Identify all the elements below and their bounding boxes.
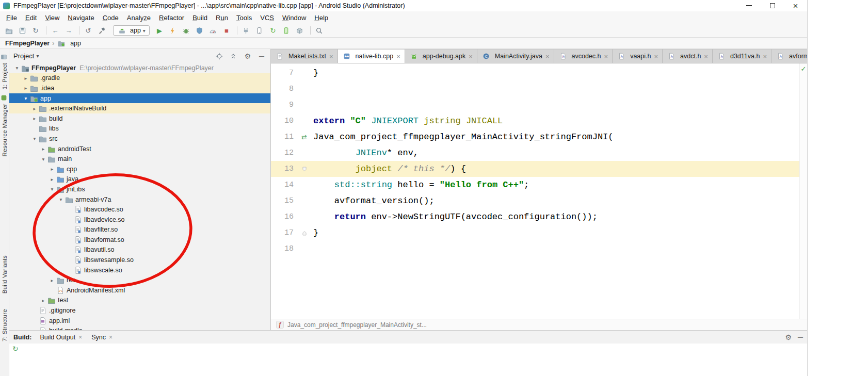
code-line-16[interactable]: 16 return env->NewStringUTF(avcodec_conf… [271,209,799,225]
maximize-button[interactable] [761,0,784,11]
function-breadcrumb[interactable]: Java_com_project_ffmpegplayer_MainActivi… [287,321,427,329]
stop-button[interactable]: ■ [221,25,234,37]
minimize-button[interactable] [737,0,761,11]
code-line-18[interactable]: 18 [271,241,799,257]
expand-arrow-icon[interactable]: ▸ [49,277,56,283]
code-line-8[interactable]: 8 [271,81,799,97]
tree-item-libavcodec-so[interactable]: libavcodec.so [9,204,270,215]
tree-item-res[interactable]: ▸res [9,275,270,285]
tree-item-java[interactable]: ▸java [9,174,270,185]
tree-item-androidtest[interactable]: ▸androidTest [9,144,270,154]
expand-arrow-icon[interactable]: ▸ [31,116,38,121]
menu-navigate[interactable]: Navigate [63,14,98,22]
project-view-selector[interactable]: Project ▾ [13,52,39,60]
code-line-9[interactable]: 9 [271,97,799,113]
code-line-14[interactable]: 14 std::string hello = "Hello from C++"; [271,177,799,193]
restart-build-icon[interactable]: ↻ [12,345,19,353]
collapse-arrow-icon[interactable]: ▾ [13,65,21,71]
code-line-10[interactable]: 10extern "C" JNIEXPORT jstring JNICALL [271,113,799,129]
hide-build-panel-button[interactable]: ─ [798,333,803,341]
tool-window-button-7-structure[interactable]: 7: Structure [2,309,8,341]
editor-tab-avdct-h[interactable]: havdct.h× [663,49,713,63]
locate-file-button[interactable] [215,52,224,61]
apply-changes-button[interactable] [167,25,180,37]
editor-tab-avcodec-h[interactable]: havcodec.h× [554,49,613,63]
menu-edit[interactable]: Edit [21,14,41,22]
menu-view[interactable]: View [41,14,63,22]
tree-item-libavformat-so[interactable]: libavformat.so [9,235,270,245]
expand-arrow-icon[interactable]: ▸ [31,106,38,111]
expand-arrow-icon[interactable]: ▸ [40,146,47,152]
build-tab-build-output[interactable]: Build Output× [40,334,82,341]
run-button[interactable]: ▶ [154,25,167,37]
tree-item-gradle[interactable]: ▸.gradle [9,73,270,84]
expand-arrow-icon[interactable]: ▸ [49,176,56,182]
tree-item-libswscale-so[interactable]: libswscale.so [9,265,270,275]
tree-item-armeabi-v7a[interactable]: ▾armeabi-v7a [9,194,270,205]
menu-run[interactable]: Run [212,14,232,22]
tree-item-build-gradle[interactable]: build.gradle [9,325,270,330]
tab-close-icon[interactable]: × [329,53,333,60]
code-line-13[interactable]: 13 jobject /* this */) { [271,161,799,177]
tool-window-button-resource-manager[interactable]: Resource Manager [0,94,9,157]
tree-item-src[interactable]: ▾src [9,134,270,144]
tree-item-libavfilter-so[interactable]: libavfilter.so [9,225,270,235]
tree-item-libavdevice-so[interactable]: libavdevice.so [9,215,270,225]
tab-close-icon[interactable]: × [604,53,608,60]
attach-debugger-button[interactable] [240,25,253,37]
back-button[interactable]: ← [50,25,62,37]
menu-file[interactable]: File [2,14,21,22]
tab-close-icon[interactable]: × [469,53,473,60]
expand-arrow-icon[interactable]: ▸ [49,166,56,172]
forward-button[interactable]: → [63,25,76,37]
editor-tab-mainactivity-java[interactable]: CMainActivity.java× [477,49,554,63]
tab-close-icon[interactable]: × [704,53,708,60]
code-line-11[interactable]: 11⇄Java_com_project_ffmpegplayer_MainAct… [271,129,799,145]
open-project-button[interactable] [3,25,16,37]
tree-item-libs[interactable]: libs [9,124,270,134]
tree-item-externalnativebuild[interactable]: ▸.externalNativeBuild [9,103,270,113]
menu-help[interactable]: Help [310,14,332,22]
collapse-arrow-icon[interactable]: ▾ [22,95,29,101]
tree-item-app-iml[interactable]: app.iml [9,316,270,326]
code-line-7[interactable]: 7} [271,65,799,81]
tool-window-button-build-variants[interactable]: Build Variants [2,255,8,293]
tree-item-test[interactable]: ▸test [9,296,270,306]
menu-tools[interactable]: Tools [232,14,256,22]
tab-close-icon[interactable]: × [78,334,82,341]
collapse-all-button[interactable] [229,52,238,61]
code-line-12[interactable]: 12 JNIEnv* env, [271,145,799,161]
menu-analyze[interactable]: Analyze [123,14,155,22]
expand-arrow-icon[interactable]: ▸ [40,298,47,303]
run-configuration-select[interactable]: app▾ [113,25,150,36]
run-with-coverage-button[interactable] [194,25,207,37]
editor-tab-app-debug-apk[interactable]: app-debug.apk× [405,49,477,63]
editor-tab-d3d11va-h[interactable]: hd3d11va.h× [713,49,771,63]
tree-item-idea[interactable]: ▸.idea [9,83,270,93]
build-settings-button[interactable]: ⚙ [785,333,792,341]
code-line-15[interactable]: 15 avformat_version(); [271,193,799,209]
tool-window-button-1-project[interactable]: 1: Project [0,54,9,90]
menu-code[interactable]: Code [99,14,123,22]
tree-item-libswresample-so[interactable]: libswresample.so [9,255,270,265]
tab-close-icon[interactable]: × [396,53,400,60]
menu-vcs[interactable]: VCS [256,14,278,22]
tree-item-app[interactable]: ▾app [9,93,270,104]
code-line-17[interactable]: 17} [271,225,799,241]
search-everywhere-button[interactable] [314,25,327,37]
close-button[interactable]: × [784,0,807,11]
collapse-arrow-icon[interactable]: ▾ [40,156,47,162]
menu-build[interactable]: Build [188,14,212,22]
tree-item-gitignore[interactable]: .gitignore [9,305,270,316]
tree-item-main[interactable]: ▾main [9,154,270,164]
tab-close-icon[interactable]: × [763,53,767,60]
tree-item-ffmpegplayer[interactable]: ▾FFmpegPlayerE:\projectdown\wlplayer-mas… [9,63,270,73]
tree-item-cpp[interactable]: ▸cpp [9,164,270,174]
sync-project-with-gradle-button[interactable]: ↻ [267,25,280,37]
tree-item-build[interactable]: ▸build [9,113,270,124]
editor-tab-native-lib-cpp[interactable]: ++native-lib.cpp× [338,49,405,63]
breadcrumb-app[interactable]: app [70,40,81,47]
expand-arrow-icon[interactable]: ▸ [22,75,29,81]
tree-item-libavutil-so[interactable]: libavutil.so [9,245,270,255]
menu-window[interactable]: Window [278,14,310,22]
